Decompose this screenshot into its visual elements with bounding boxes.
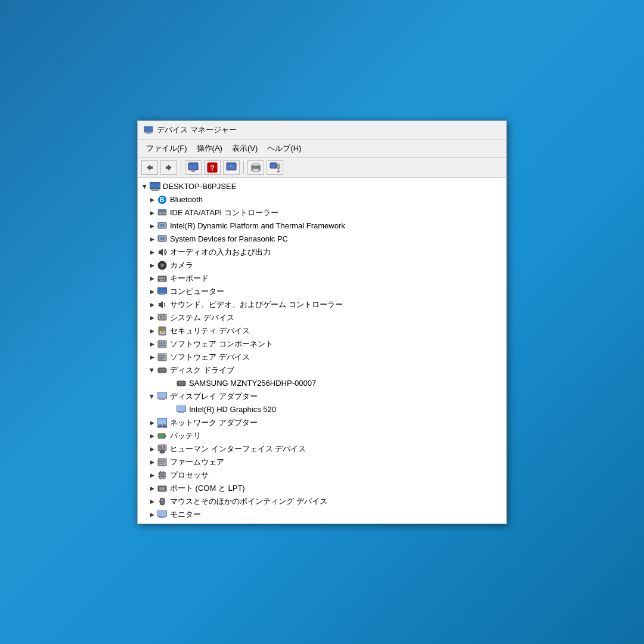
svg-point-79 (162, 370, 163, 371)
menu-help[interactable]: ヘルプ(H) (262, 141, 306, 156)
help-button[interactable]: ? (204, 160, 221, 175)
tree-camera[interactable]: ▶ カメラ (138, 259, 506, 272)
update-driver-button[interactable] (223, 160, 240, 175)
tree-sound[interactable]: ▶ サウンド、ビデオ、およびゲーム コントローラー (138, 298, 506, 311)
svg-rect-23 (150, 182, 160, 189)
forward-button[interactable] (160, 160, 177, 175)
tree-mouse[interactable]: ▶ マウスとそのほかのポインティング デバイス (138, 495, 506, 508)
svg-rect-26 (151, 190, 159, 191)
svg-rect-62 (163, 315, 165, 318)
network-icon (157, 417, 168, 428)
tree-intel-platform[interactable]: ▶ Intel(R) Dynamic Platform and Thermal … (138, 219, 506, 233)
software-dev-label: ソフトウェア デバイス (170, 352, 250, 363)
svg-rect-75 (159, 357, 165, 358)
svg-rect-94 (160, 425, 164, 426)
svg-rect-57 (159, 294, 165, 295)
tree-software-dev[interactable]: ▶ ソフトウェア デバイス (138, 351, 506, 364)
tree-security[interactable]: ▶ セキュリティ デバイス (138, 324, 506, 338)
svg-rect-19 (270, 164, 277, 165)
svg-rect-70 (163, 342, 165, 344)
svg-rect-56 (160, 293, 164, 295)
svg-rect-91 (178, 412, 184, 413)
svg-point-134 (162, 503, 163, 504)
svg-rect-38 (160, 237, 165, 240)
computer-chevron: ▶ (147, 287, 157, 296)
svg-rect-99 (165, 435, 166, 437)
toolbar-separator-2 (243, 161, 244, 174)
svg-rect-74 (159, 355, 165, 356)
tree-processor[interactable]: ▶ プロセッサ (138, 469, 506, 482)
tree-audio[interactable]: ▶ オーディオの入力および出力 (138, 246, 506, 259)
svg-rect-114 (160, 473, 164, 477)
tree-samsung[interactable]: ▶ SAMSUNG MZNTY256HDHP-00007 (138, 377, 506, 390)
tree-panasonic[interactable]: ▶ System Devices for Panasonic PC (138, 233, 506, 246)
svg-rect-31 (159, 212, 162, 214)
root-label: DESKTOP-B6PJSEE (163, 182, 236, 191)
samsung-icon (176, 378, 187, 389)
svg-rect-13 (227, 164, 236, 165)
svg-point-66 (162, 331, 163, 333)
tree-display[interactable]: ▶ ディスプレイ アダプター (138, 390, 506, 403)
svg-rect-64 (160, 328, 162, 331)
root-computer[interactable]: ▶ DESKTOP-B6PJSEE (138, 180, 506, 193)
tree-bluetooth[interactable]: ▶ B Bluetooth (138, 193, 506, 206)
tree-software-comp[interactable]: ▶ ソフトウェア コンポーネント (138, 338, 506, 351)
svg-marker-58 (159, 301, 163, 308)
svg-rect-46 (160, 277, 162, 278)
svg-text:B: B (160, 196, 165, 203)
tree-hid[interactable]: ▶ ヒューマン インターフェイス デバイス (138, 442, 506, 456)
tree-intel-graphics[interactable]: ▶ Intel(R) HD Graphics 520 (138, 403, 506, 416)
security-chevron: ▶ (147, 326, 157, 336)
tree-port[interactable]: ▶ ポート (COM と LPT) (138, 482, 506, 495)
tree-monitor[interactable]: ▶ モニター (138, 508, 506, 521)
svg-rect-115 (158, 473, 159, 475)
software-dev-chevron: ▶ (147, 352, 157, 362)
ide-chevron: ▶ (147, 208, 157, 218)
svg-rect-97 (163, 426, 167, 428)
menu-action[interactable]: 操作(A) (192, 141, 227, 156)
network-chevron: ▶ (147, 418, 157, 428)
hid-label: ヒューマン インターフェイス デバイス (170, 444, 306, 454)
svg-rect-25 (153, 189, 157, 190)
computer-icon (150, 181, 160, 192)
svg-rect-138 (159, 517, 165, 518)
display-icon (157, 391, 168, 402)
svg-rect-111 (159, 463, 163, 464)
svg-rect-61 (160, 315, 162, 318)
menu-view[interactable]: 表示(V) (227, 141, 262, 156)
svg-rect-93 (158, 418, 167, 424)
display-chevron: ▶ (147, 392, 157, 401)
display-label: ディスプレイ アダプター (170, 391, 258, 402)
sound-label: サウンド、ビデオ、およびゲーム コントローラー (170, 299, 343, 310)
svg-rect-2 (145, 134, 151, 134)
svg-marker-39 (159, 249, 163, 256)
print-button[interactable] (247, 160, 264, 175)
intel-platform-label: Intel(R) Dynamic Platform and Thermal Fr… (170, 221, 345, 230)
network-label: ネットワーク アダプター (170, 417, 258, 428)
sound-icon (157, 299, 168, 310)
menu-file[interactable]: ファイル(F) (141, 141, 192, 156)
scan-hardware-button[interactable] (267, 160, 283, 175)
svg-rect-22 (277, 171, 280, 172)
tree-computer[interactable]: ▶ コンピューター (138, 285, 506, 298)
svg-rect-8 (188, 164, 198, 165)
software-comp-icon (157, 339, 168, 349)
svg-rect-32 (163, 212, 165, 214)
show-properties-button[interactable] (185, 160, 202, 175)
disk-icon (157, 365, 168, 376)
tree-network[interactable]: ▶ ネットワーク アダプター (138, 416, 506, 429)
ide-icon (157, 208, 168, 218)
tree-disk[interactable]: ▶ ディスク ドライブ (138, 364, 506, 377)
svg-marker-4 (166, 165, 172, 171)
back-button[interactable] (141, 160, 158, 175)
svg-rect-76 (159, 358, 163, 360)
tree-firmware[interactable]: ▶ ファームウェア (138, 456, 506, 469)
firmware-label: ファームウェア (170, 457, 224, 467)
tree-battery[interactable]: ▶ バッテリ (138, 429, 506, 442)
tree-sysdev[interactable]: ▶ システム デバイス (138, 311, 506, 324)
svg-rect-104 (163, 446, 165, 448)
tree-keyboard[interactable]: ▶ キーボード (138, 272, 506, 285)
panasonic-label: System Devices for Panasonic PC (170, 234, 288, 243)
audio-icon (157, 247, 168, 258)
tree-ide[interactable]: ▶ IDE ATA/ATAPI コントローラー (138, 206, 506, 219)
